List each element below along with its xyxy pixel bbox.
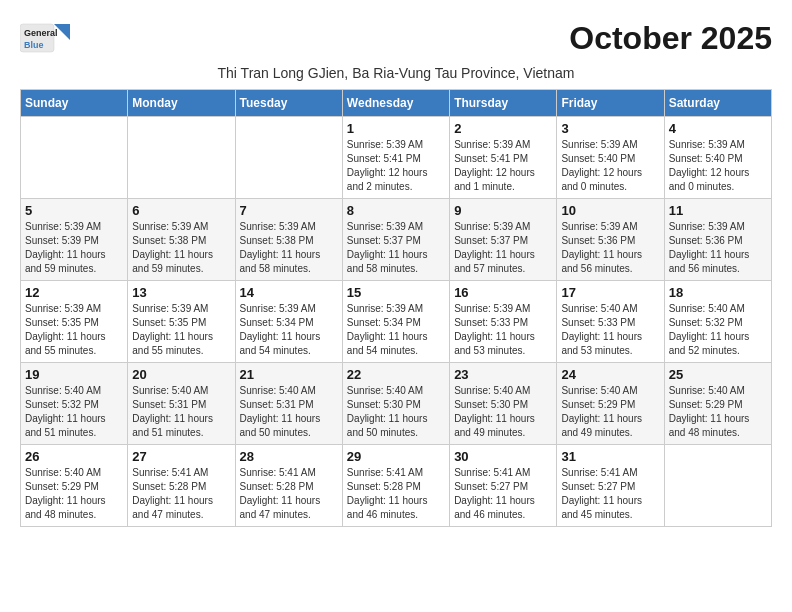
- day-number: 17: [561, 285, 659, 300]
- day-number: 4: [669, 121, 767, 136]
- subtitle: Thi Tran Long GJien, Ba Ria-Vung Tau Pro…: [20, 65, 772, 81]
- day-number: 30: [454, 449, 552, 464]
- day-info: Sunrise: 5:41 AMSunset: 5:28 PMDaylight:…: [240, 466, 338, 522]
- col-tuesday: Tuesday: [235, 90, 342, 117]
- day-number: 16: [454, 285, 552, 300]
- day-cell: 31Sunrise: 5:41 AMSunset: 5:27 PMDayligh…: [557, 445, 664, 527]
- day-number: 18: [669, 285, 767, 300]
- day-info: Sunrise: 5:41 AMSunset: 5:27 PMDaylight:…: [561, 466, 659, 522]
- day-info: Sunrise: 5:40 AMSunset: 5:32 PMDaylight:…: [669, 302, 767, 358]
- day-info: Sunrise: 5:39 AMSunset: 5:35 PMDaylight:…: [132, 302, 230, 358]
- day-number: 20: [132, 367, 230, 382]
- day-cell: 22Sunrise: 5:40 AMSunset: 5:30 PMDayligh…: [342, 363, 449, 445]
- day-cell: 21Sunrise: 5:40 AMSunset: 5:31 PMDayligh…: [235, 363, 342, 445]
- day-cell: 17Sunrise: 5:40 AMSunset: 5:33 PMDayligh…: [557, 281, 664, 363]
- col-saturday: Saturday: [664, 90, 771, 117]
- day-number: 7: [240, 203, 338, 218]
- week-row-3: 12Sunrise: 5:39 AMSunset: 5:35 PMDayligh…: [21, 281, 772, 363]
- day-info: Sunrise: 5:41 AMSunset: 5:27 PMDaylight:…: [454, 466, 552, 522]
- day-info: Sunrise: 5:40 AMSunset: 5:30 PMDaylight:…: [454, 384, 552, 440]
- day-cell: 15Sunrise: 5:39 AMSunset: 5:34 PMDayligh…: [342, 281, 449, 363]
- day-info: Sunrise: 5:40 AMSunset: 5:31 PMDaylight:…: [132, 384, 230, 440]
- day-info: Sunrise: 5:39 AMSunset: 5:37 PMDaylight:…: [454, 220, 552, 276]
- day-info: Sunrise: 5:39 AMSunset: 5:41 PMDaylight:…: [454, 138, 552, 194]
- month-title: October 2025: [569, 20, 772, 57]
- day-number: 10: [561, 203, 659, 218]
- day-cell: 6Sunrise: 5:39 AMSunset: 5:38 PMDaylight…: [128, 199, 235, 281]
- day-info: Sunrise: 5:39 AMSunset: 5:37 PMDaylight:…: [347, 220, 445, 276]
- day-number: 1: [347, 121, 445, 136]
- day-cell: 2Sunrise: 5:39 AMSunset: 5:41 PMDaylight…: [450, 117, 557, 199]
- day-cell: 9Sunrise: 5:39 AMSunset: 5:37 PMDaylight…: [450, 199, 557, 281]
- header: General Blue October 2025: [20, 20, 772, 57]
- day-cell: [664, 445, 771, 527]
- day-info: Sunrise: 5:40 AMSunset: 5:31 PMDaylight:…: [240, 384, 338, 440]
- day-number: 22: [347, 367, 445, 382]
- calendar-page: General Blue October 2025 Thi Tran Long …: [20, 20, 772, 527]
- day-info: Sunrise: 5:41 AMSunset: 5:28 PMDaylight:…: [132, 466, 230, 522]
- day-cell: 8Sunrise: 5:39 AMSunset: 5:37 PMDaylight…: [342, 199, 449, 281]
- day-cell: 16Sunrise: 5:39 AMSunset: 5:33 PMDayligh…: [450, 281, 557, 363]
- day-info: Sunrise: 5:39 AMSunset: 5:40 PMDaylight:…: [669, 138, 767, 194]
- day-info: Sunrise: 5:39 AMSunset: 5:34 PMDaylight:…: [347, 302, 445, 358]
- day-cell: 27Sunrise: 5:41 AMSunset: 5:28 PMDayligh…: [128, 445, 235, 527]
- day-number: 28: [240, 449, 338, 464]
- day-info: Sunrise: 5:40 AMSunset: 5:30 PMDaylight:…: [347, 384, 445, 440]
- week-row-1: 1Sunrise: 5:39 AMSunset: 5:41 PMDaylight…: [21, 117, 772, 199]
- day-info: Sunrise: 5:39 AMSunset: 5:33 PMDaylight:…: [454, 302, 552, 358]
- day-info: Sunrise: 5:39 AMSunset: 5:38 PMDaylight:…: [132, 220, 230, 276]
- day-cell: 5Sunrise: 5:39 AMSunset: 5:39 PMDaylight…: [21, 199, 128, 281]
- calendar-table: Sunday Monday Tuesday Wednesday Thursday…: [20, 89, 772, 527]
- col-monday: Monday: [128, 90, 235, 117]
- day-number: 14: [240, 285, 338, 300]
- day-number: 23: [454, 367, 552, 382]
- day-info: Sunrise: 5:39 AMSunset: 5:39 PMDaylight:…: [25, 220, 123, 276]
- day-cell: 14Sunrise: 5:39 AMSunset: 5:34 PMDayligh…: [235, 281, 342, 363]
- day-cell: 1Sunrise: 5:39 AMSunset: 5:41 PMDaylight…: [342, 117, 449, 199]
- day-info: Sunrise: 5:40 AMSunset: 5:29 PMDaylight:…: [25, 466, 123, 522]
- day-number: 9: [454, 203, 552, 218]
- day-info: Sunrise: 5:40 AMSunset: 5:32 PMDaylight:…: [25, 384, 123, 440]
- week-row-2: 5Sunrise: 5:39 AMSunset: 5:39 PMDaylight…: [21, 199, 772, 281]
- day-cell: 30Sunrise: 5:41 AMSunset: 5:27 PMDayligh…: [450, 445, 557, 527]
- day-cell: 3Sunrise: 5:39 AMSunset: 5:40 PMDaylight…: [557, 117, 664, 199]
- week-row-5: 26Sunrise: 5:40 AMSunset: 5:29 PMDayligh…: [21, 445, 772, 527]
- day-number: 31: [561, 449, 659, 464]
- day-number: 2: [454, 121, 552, 136]
- logo-icon: General Blue: [20, 20, 70, 56]
- day-number: 8: [347, 203, 445, 218]
- day-cell: [235, 117, 342, 199]
- day-info: Sunrise: 5:40 AMSunset: 5:29 PMDaylight:…: [561, 384, 659, 440]
- day-number: 26: [25, 449, 123, 464]
- day-cell: 28Sunrise: 5:41 AMSunset: 5:28 PMDayligh…: [235, 445, 342, 527]
- day-cell: 10Sunrise: 5:39 AMSunset: 5:36 PMDayligh…: [557, 199, 664, 281]
- day-number: 3: [561, 121, 659, 136]
- col-sunday: Sunday: [21, 90, 128, 117]
- day-cell: 18Sunrise: 5:40 AMSunset: 5:32 PMDayligh…: [664, 281, 771, 363]
- day-number: 24: [561, 367, 659, 382]
- day-number: 12: [25, 285, 123, 300]
- col-wednesday: Wednesday: [342, 90, 449, 117]
- day-cell: 24Sunrise: 5:40 AMSunset: 5:29 PMDayligh…: [557, 363, 664, 445]
- day-cell: [128, 117, 235, 199]
- day-info: Sunrise: 5:41 AMSunset: 5:28 PMDaylight:…: [347, 466, 445, 522]
- day-number: 13: [132, 285, 230, 300]
- day-number: 15: [347, 285, 445, 300]
- svg-text:Blue: Blue: [24, 40, 44, 50]
- day-info: Sunrise: 5:39 AMSunset: 5:40 PMDaylight:…: [561, 138, 659, 194]
- day-number: 5: [25, 203, 123, 218]
- day-cell: 26Sunrise: 5:40 AMSunset: 5:29 PMDayligh…: [21, 445, 128, 527]
- day-cell: 19Sunrise: 5:40 AMSunset: 5:32 PMDayligh…: [21, 363, 128, 445]
- day-number: 21: [240, 367, 338, 382]
- logo: General Blue: [20, 20, 74, 56]
- day-number: 11: [669, 203, 767, 218]
- day-cell: 13Sunrise: 5:39 AMSunset: 5:35 PMDayligh…: [128, 281, 235, 363]
- day-number: 27: [132, 449, 230, 464]
- day-info: Sunrise: 5:39 AMSunset: 5:34 PMDaylight:…: [240, 302, 338, 358]
- day-number: 25: [669, 367, 767, 382]
- day-cell: 4Sunrise: 5:39 AMSunset: 5:40 PMDaylight…: [664, 117, 771, 199]
- day-info: Sunrise: 5:39 AMSunset: 5:36 PMDaylight:…: [561, 220, 659, 276]
- day-number: 6: [132, 203, 230, 218]
- day-cell: 11Sunrise: 5:39 AMSunset: 5:36 PMDayligh…: [664, 199, 771, 281]
- day-info: Sunrise: 5:39 AMSunset: 5:35 PMDaylight:…: [25, 302, 123, 358]
